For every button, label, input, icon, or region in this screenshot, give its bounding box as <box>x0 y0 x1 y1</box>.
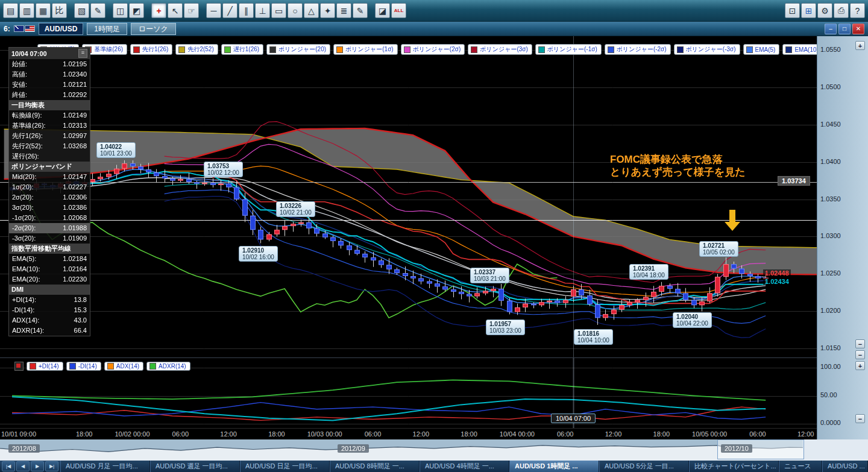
vertical-line-tool[interactable]: ⊥ <box>255 3 270 18</box>
indicator-chip[interactable]: 先行1(26) <box>130 44 172 55</box>
capture-icon[interactable]: ▧ <box>74 3 89 18</box>
price-annotation: 1.0322610/02 21:00 <box>276 201 315 217</box>
popup-window-icon[interactable]: ⊡ <box>785 3 800 18</box>
chart-tab[interactable]: AUD/USD 月足 一目均... <box>60 461 150 472</box>
annotation-price: 1.02337 <box>474 269 506 275</box>
triangle-tool[interactable]: △ <box>304 3 319 18</box>
indicator-chip[interactable]: ボリンジャー(-1σ) <box>535 44 602 55</box>
navigator[interactable]: 2012/082012/092012/10 <box>0 439 868 461</box>
annotation-price: 1.02040 <box>676 313 708 320</box>
panel-row: Mid(20):1.02147 <box>9 172 90 182</box>
chart-tab[interactable]: AUD/USD 5分足 一目... <box>599 461 689 472</box>
chip-label: ボリンジャー(2σ) <box>413 45 461 54</box>
panel-row-value: 1.02306 <box>63 193 87 202</box>
indicator-chip[interactable]: EMA(10) <box>782 44 817 55</box>
parallel-line-tool[interactable]: ∥ <box>239 3 254 18</box>
compare-button[interactable]: 比 <box>52 3 67 18</box>
chip-color-swatch <box>336 46 343 53</box>
restore-button[interactable]: □ <box>838 24 851 34</box>
price-axis[interactable]: 1.05501.05001.04501.04001.03501.03001.02… <box>817 36 868 439</box>
trend-line-tool[interactable]: ╱ <box>222 3 237 18</box>
indicator-chip[interactable]: ADXR(14) <box>146 362 190 371</box>
chart-tab[interactable]: AUD/USD ... <box>822 461 868 472</box>
new-chart-icon[interactable]: ▤ <box>3 3 18 18</box>
price-chart-canvas[interactable] <box>0 36 817 357</box>
chart-tab[interactable]: AUD/USD 4時間足 一... <box>420 461 509 472</box>
annotation-price: 1.03226 <box>280 203 312 209</box>
last-chart-button[interactable]: ▶| <box>45 461 58 471</box>
indicator-chip[interactable]: EMA(5) <box>743 44 780 55</box>
fullscreen-icon[interactable]: ⊞ <box>801 3 816 18</box>
help-icon[interactable]: ? <box>850 3 865 18</box>
indicator-chip[interactable]: -DI(14) <box>66 362 101 371</box>
erase-all-tool[interactable]: ALL <box>391 3 406 18</box>
panel-row: 2σ(20):1.02306 <box>9 192 90 203</box>
indicator-chip[interactable]: ボリンジャー(-3σ) <box>674 44 740 55</box>
edit-pencil-icon[interactable]: ✎ <box>90 3 105 18</box>
indicator-chip[interactable]: ボリンジャー(2σ) <box>401 44 465 55</box>
indicator-chip[interactable]: ボリンジャー(-2σ) <box>605 44 671 55</box>
price-annotation: 1.0233710/03 21:00 <box>470 268 509 283</box>
hand-tool[interactable]: ☞ <box>184 3 199 18</box>
chart-tab[interactable]: ニュース <box>779 461 822 472</box>
copy-chart-icon[interactable]: ▥ <box>19 3 34 18</box>
pane-divider-button[interactable]: − <box>855 350 865 359</box>
arrow-head <box>725 222 740 231</box>
fibonacci-tool[interactable]: ≣ <box>336 3 351 18</box>
ellipse-tool[interactable]: ○ <box>288 3 303 18</box>
annotation-price: 1.01816 <box>577 330 609 337</box>
time-axis-label: 18:00 <box>653 430 670 438</box>
crosshair-tool[interactable]: + <box>151 3 166 18</box>
price-annotation: 1.0272110/05 02:00 <box>699 241 738 257</box>
next-chart-button[interactable]: ▶ <box>31 461 44 471</box>
chart-tab[interactable]: AUD/USD 1時間足 ... <box>509 461 599 472</box>
indicator-chip[interactable]: ボリンジャー(1σ) <box>333 44 398 55</box>
arrow-shaft <box>729 210 735 222</box>
print-icon[interactable]: ⎙ <box>834 3 849 18</box>
save-icon[interactable]: ◫ <box>113 3 128 18</box>
price-zoom-in-button[interactable]: + <box>855 41 865 50</box>
indicator-chip[interactable]: 遅行1(26) <box>221 44 263 55</box>
rectangle-tool[interactable]: ▭ <box>271 3 286 18</box>
navigator-future-area <box>803 439 868 459</box>
sub-zoom-out-button[interactable]: − <box>855 414 865 423</box>
indicator-data-panel: 10/04 07:00 ≡ 始値:1.02195高値:1.02340安値:1.0… <box>8 47 90 336</box>
panel-row-value: 1.02195 <box>63 60 87 69</box>
chart-tab[interactable]: AUD/USD 週足 一目均... <box>150 461 240 472</box>
horizontal-line-tool[interactable]: ─ <box>206 3 221 18</box>
price-zoom-out-button[interactable]: − <box>855 339 865 348</box>
panel-row: ADX(14):43.0 <box>9 315 90 326</box>
indicator-chip[interactable]: +DI(14) <box>27 362 63 371</box>
panel-row: 転換線(9):1.02149 <box>9 110 90 121</box>
tab-strip: AUD/USD 月足 一目均...AUD/USD 週足 一目均...AUD/US… <box>60 461 868 472</box>
star-tool[interactable]: ✦ <box>320 3 335 18</box>
close-button[interactable]: ✕ <box>852 24 864 34</box>
prev-chart-button[interactable]: ◀ <box>16 461 30 471</box>
timeframe-button[interactable]: 1時間足 <box>87 23 127 35</box>
chart-tab[interactable]: 比較チャート(パーセント... <box>689 461 779 472</box>
indicator-chip[interactable]: ADX(14) <box>104 362 143 371</box>
chip-label: -DI(14) <box>78 363 97 370</box>
save-as-icon[interactable]: ◩ <box>129 3 144 18</box>
chip-label: EMA(5) <box>755 46 776 53</box>
eraser-tool[interactable]: ◪ <box>375 3 390 18</box>
chip-color-swatch <box>608 46 614 53</box>
indicator-chip[interactable]: ボリンジャー(3σ) <box>468 44 532 55</box>
panel-row-value: 1.02386 <box>63 203 87 212</box>
chart-tab[interactable]: AUD/USD 日足 一目均... <box>240 461 330 472</box>
chart-type-button[interactable]: ローソク <box>131 23 176 35</box>
indicator-chip[interactable]: 先行2(52) <box>175 44 218 55</box>
freehand-tool[interactable]: ✎ <box>353 3 368 18</box>
first-chart-button[interactable]: |◀ <box>2 461 15 471</box>
settings-gear-icon[interactable]: ⚙ <box>817 3 832 18</box>
indicator-chip[interactable]: ボリンジャー(20) <box>266 44 330 55</box>
time-axis-label: 10/03 00:00 <box>307 430 342 438</box>
pane-icon[interactable] <box>14 362 24 371</box>
panel-menu-icon[interactable]: ≡ <box>78 49 87 58</box>
grid-chart-icon[interactable]: ▦ <box>36 3 51 18</box>
annotation-time: 10/01 23:00 <box>100 150 132 157</box>
chart-tab[interactable]: AUD/USD 8時間足 一... <box>330 461 420 472</box>
cursor-tool[interactable]: ↖ <box>168 3 183 18</box>
sub-zoom-in-button[interactable]: + <box>855 361 865 370</box>
minimize-button[interactable]: – <box>825 24 837 34</box>
